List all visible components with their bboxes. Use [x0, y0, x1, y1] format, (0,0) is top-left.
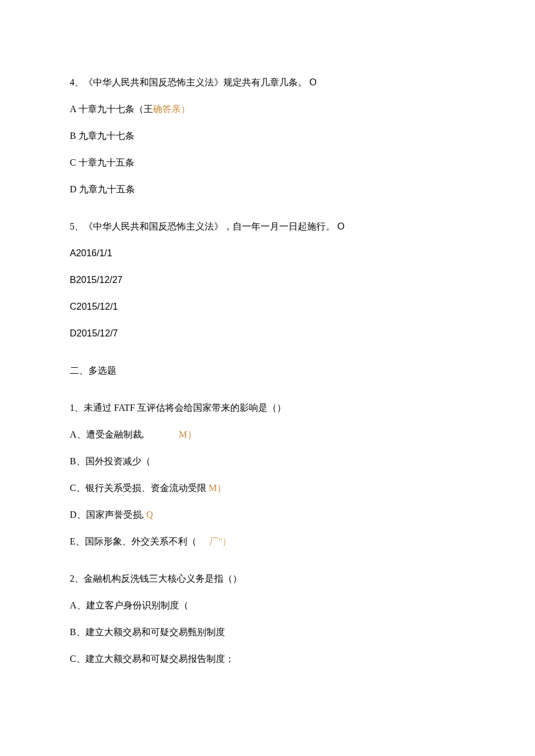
- q4-a-text: A 十章九十七条（王: [70, 104, 153, 114]
- mq1-option-c: C、银行关系受损、资金流动受限 M）: [70, 481, 465, 495]
- mq1-c-annotation: M）: [209, 483, 226, 493]
- q5-option-b: B2015/12/27: [70, 273, 465, 287]
- q4-option-c: C 十章九十五条: [70, 156, 465, 170]
- q4-option-b: B 九章九十七条: [70, 129, 465, 143]
- q4-stem: 4、《中华人民共和国反恐怖主义法》规定共有几章几条。 O: [70, 76, 465, 89]
- section-2-heading: 二、多选题: [70, 364, 465, 378]
- mq1-a-annotation: M）: [179, 429, 197, 439]
- mq1-option-e: E、国际形象、外交关系不利（厂"）: [70, 535, 465, 549]
- mq1-option-d: D、国家声誉受损, Q: [70, 508, 465, 522]
- mq1-option-a: A、遭受金融制裁,M）: [70, 428, 465, 442]
- q5-option-a: A2016/1/1: [70, 246, 465, 260]
- mq1-option-b: B、国外投资减少（: [70, 454, 465, 468]
- q5-stem-text: 5、《中华人民共和国反恐怖主义法》，自一年一月一日起施行。: [70, 221, 335, 231]
- mq1-c-text: C、银行关系受损、资金流动受限: [70, 483, 209, 493]
- mq2-option-b: B、建立大额交易和可疑交易甄别制度: [70, 625, 465, 639]
- q4-a-annotation: 确答亲）: [153, 104, 190, 114]
- mq2-option-a: A、建立客户身份识别制度（: [70, 599, 465, 612]
- q4-option-d: D 九章九十五条: [70, 182, 465, 196]
- mq1-e-text: E、国际形象、外交关系不利（: [70, 536, 197, 546]
- document-page: 4、《中华人民共和国反恐怖主义法》规定共有几章几条。 O A 十章九十七条（王确…: [0, 0, 535, 756]
- mq1-d-annotation: Q: [147, 510, 154, 519]
- mq1-stem: 1、未通过 FATF 互评估将会给国家带来的影响是（）: [70, 401, 465, 415]
- q5-option-c: C2015/12/1: [70, 300, 465, 314]
- q5-option-d: D2015/12/7: [70, 327, 465, 341]
- mq1-e-annotation: 厂"）: [209, 536, 232, 546]
- q4-stem-text: 4、《中华人民共和国反恐怖主义法》规定共有几章几条。: [70, 77, 307, 87]
- mq1-a-text: A、遭受金融制裁,: [70, 429, 144, 439]
- q5-stem-suffix: O: [337, 221, 344, 231]
- q5-stem: 5、《中华人民共和国反恐怖主义法》，自一年一月一日起施行。 O: [70, 220, 465, 234]
- mq2-option-c: C、建立大额交易和可疑交易报告制度；: [70, 652, 465, 666]
- q4-option-a: A 十章九十七条（王确答亲）: [70, 102, 465, 116]
- q4-stem-suffix: O: [309, 77, 316, 87]
- mq1-d-text: D、国家声誉受损,: [70, 510, 147, 519]
- mq2-stem: 2、金融机构反洗钱三大核心义务是指（）: [70, 572, 465, 586]
